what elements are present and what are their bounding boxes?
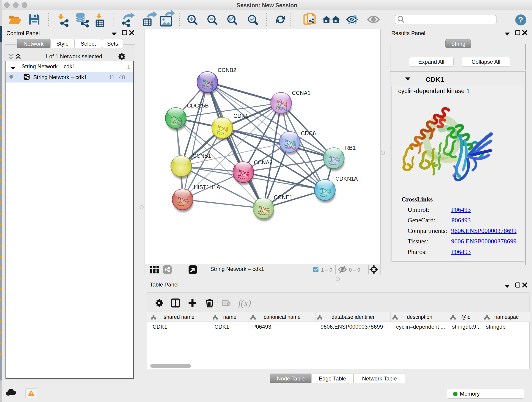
svg-text:1 – 0: 1 – 0 (321, 267, 332, 273)
svg-text:0 – 0: 0 – 0 (349, 267, 360, 273)
svg-text:f(x): f(x) (238, 298, 251, 308)
